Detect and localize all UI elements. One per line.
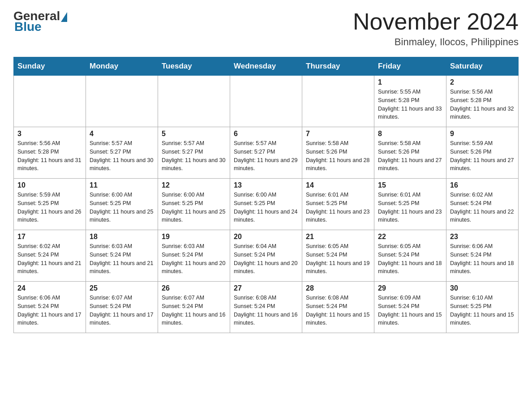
day-info: Sunrise: 5:58 AMSunset: 5:26 PMDaylight:… [306, 139, 370, 173]
day-number: 12 [162, 181, 226, 189]
col-wednesday: Wednesday [230, 57, 302, 76]
table-row: 25Sunrise: 6:07 AMSunset: 5:24 PMDayligh… [86, 282, 158, 333]
day-info: Sunrise: 6:04 AMSunset: 5:24 PMDaylight:… [234, 242, 298, 276]
day-number: 6 [234, 130, 298, 138]
day-number: 13 [234, 181, 298, 189]
table-row: 13Sunrise: 6:00 AMSunset: 5:25 PMDayligh… [230, 179, 302, 230]
day-number: 5 [162, 130, 226, 138]
day-number: 30 [450, 284, 515, 292]
calendar-week-row: 24Sunrise: 6:06 AMSunset: 5:24 PMDayligh… [14, 282, 519, 333]
table-row: 18Sunrise: 6:03 AMSunset: 5:24 PMDayligh… [86, 230, 158, 282]
day-number: 3 [17, 130, 82, 138]
day-number: 7 [306, 130, 370, 138]
day-info: Sunrise: 6:03 AMSunset: 5:24 PMDaylight:… [90, 242, 154, 276]
day-info: Sunrise: 6:00 AMSunset: 5:25 PMDaylight:… [90, 191, 154, 224]
calendar-header-row: Sunday Monday Tuesday Wednesday Thursday… [14, 57, 519, 76]
day-info: Sunrise: 6:07 AMSunset: 5:24 PMDaylight:… [90, 294, 154, 327]
day-number: 28 [306, 284, 370, 292]
table-row: 20Sunrise: 6:04 AMSunset: 5:24 PMDayligh… [230, 230, 302, 282]
day-info: Sunrise: 6:09 AMSunset: 5:24 PMDaylight:… [378, 294, 442, 327]
table-row: 16Sunrise: 6:02 AMSunset: 5:24 PMDayligh… [446, 179, 519, 230]
day-number: 27 [234, 284, 298, 292]
day-info: Sunrise: 5:59 AMSunset: 5:25 PMDaylight:… [17, 191, 82, 224]
table-row: 27Sunrise: 6:08 AMSunset: 5:24 PMDayligh… [230, 282, 302, 333]
day-info: Sunrise: 6:01 AMSunset: 5:25 PMDaylight:… [378, 191, 442, 224]
day-info: Sunrise: 5:56 AMSunset: 5:28 PMDaylight:… [450, 88, 515, 121]
day-number: 15 [378, 181, 442, 189]
table-row: 15Sunrise: 6:01 AMSunset: 5:25 PMDayligh… [374, 179, 446, 230]
day-number: 11 [90, 181, 154, 189]
col-thursday: Thursday [302, 57, 374, 76]
table-row: 23Sunrise: 6:06 AMSunset: 5:24 PMDayligh… [446, 230, 519, 282]
day-info: Sunrise: 6:10 AMSunset: 5:25 PMDaylight:… [450, 294, 515, 327]
day-info: Sunrise: 5:57 AMSunset: 5:27 PMDaylight:… [234, 139, 298, 173]
table-row: 6Sunrise: 5:57 AMSunset: 5:27 PMDaylight… [230, 127, 302, 179]
table-row: 1Sunrise: 5:55 AMSunset: 5:28 PMDaylight… [374, 76, 446, 127]
day-info: Sunrise: 5:56 AMSunset: 5:28 PMDaylight:… [17, 139, 82, 173]
day-number: 4 [90, 130, 154, 138]
day-info: Sunrise: 5:59 AMSunset: 5:26 PMDaylight:… [450, 139, 515, 173]
day-number: 18 [90, 233, 154, 241]
table-row: 11Sunrise: 6:00 AMSunset: 5:25 PMDayligh… [86, 179, 158, 230]
table-row: 2Sunrise: 5:56 AMSunset: 5:28 PMDaylight… [446, 76, 519, 127]
calendar-week-row: 17Sunrise: 6:02 AMSunset: 5:24 PMDayligh… [14, 230, 519, 282]
day-number: 16 [450, 181, 515, 189]
day-number: 1 [378, 78, 442, 86]
day-number: 2 [450, 78, 515, 86]
table-row [230, 76, 302, 127]
table-row: 30Sunrise: 6:10 AMSunset: 5:25 PMDayligh… [446, 282, 519, 333]
day-info: Sunrise: 6:03 AMSunset: 5:24 PMDaylight:… [162, 242, 226, 276]
day-number: 25 [90, 284, 154, 292]
day-number: 8 [378, 130, 442, 138]
table-row: 28Sunrise: 6:08 AMSunset: 5:24 PMDayligh… [302, 282, 374, 333]
table-row [14, 76, 86, 127]
subtitle: Binmaley, Ilocos, Philippines [353, 36, 519, 48]
table-row: 4Sunrise: 5:57 AMSunset: 5:27 PMDaylight… [86, 127, 158, 179]
table-row: 10Sunrise: 5:59 AMSunset: 5:25 PMDayligh… [14, 179, 86, 230]
col-tuesday: Tuesday [158, 57, 230, 76]
day-number: 20 [234, 233, 298, 241]
table-row [86, 76, 158, 127]
logo: General Blue [13, 9, 67, 34]
day-info: Sunrise: 6:08 AMSunset: 5:24 PMDaylight:… [234, 294, 298, 327]
page-header: General Blue November 2024 Binmaley, Ilo… [13, 9, 519, 48]
table-row: 3Sunrise: 5:56 AMSunset: 5:28 PMDaylight… [14, 127, 86, 179]
day-number: 14 [306, 181, 370, 189]
main-title: November 2024 [353, 9, 519, 34]
col-friday: Friday [374, 57, 446, 76]
day-number: 10 [17, 181, 82, 189]
day-number: 23 [450, 233, 515, 241]
table-row [158, 76, 230, 127]
day-number: 9 [450, 130, 515, 138]
day-number: 19 [162, 233, 226, 241]
day-info: Sunrise: 6:06 AMSunset: 5:24 PMDaylight:… [450, 242, 515, 276]
table-row: 21Sunrise: 6:05 AMSunset: 5:24 PMDayligh… [302, 230, 374, 282]
day-info: Sunrise: 6:00 AMSunset: 5:25 PMDaylight:… [162, 191, 226, 224]
day-info: Sunrise: 6:02 AMSunset: 5:24 PMDaylight:… [17, 242, 82, 276]
calendar-week-row: 1Sunrise: 5:55 AMSunset: 5:28 PMDaylight… [14, 76, 519, 127]
day-info: Sunrise: 6:00 AMSunset: 5:25 PMDaylight:… [234, 191, 298, 224]
calendar-week-row: 3Sunrise: 5:56 AMSunset: 5:28 PMDaylight… [14, 127, 519, 179]
day-number: 17 [17, 233, 82, 241]
table-row: 22Sunrise: 6:05 AMSunset: 5:24 PMDayligh… [374, 230, 446, 282]
table-row: 29Sunrise: 6:09 AMSunset: 5:24 PMDayligh… [374, 282, 446, 333]
title-section: November 2024 Binmaley, Ilocos, Philippi… [353, 9, 519, 48]
table-row: 19Sunrise: 6:03 AMSunset: 5:24 PMDayligh… [158, 230, 230, 282]
day-info: Sunrise: 6:05 AMSunset: 5:24 PMDaylight:… [306, 242, 370, 276]
day-info: Sunrise: 5:57 AMSunset: 5:27 PMDaylight:… [162, 139, 226, 173]
calendar-week-row: 10Sunrise: 5:59 AMSunset: 5:25 PMDayligh… [14, 179, 519, 230]
day-info: Sunrise: 6:06 AMSunset: 5:24 PMDaylight:… [17, 294, 82, 327]
day-info: Sunrise: 6:05 AMSunset: 5:24 PMDaylight:… [378, 242, 442, 276]
day-info: Sunrise: 5:58 AMSunset: 5:26 PMDaylight:… [378, 139, 442, 173]
day-number: 22 [378, 233, 442, 241]
col-monday: Monday [86, 57, 158, 76]
day-info: Sunrise: 6:02 AMSunset: 5:24 PMDaylight:… [450, 191, 515, 224]
day-number: 24 [17, 284, 82, 292]
col-saturday: Saturday [446, 57, 519, 76]
day-info: Sunrise: 6:08 AMSunset: 5:24 PMDaylight:… [306, 294, 370, 327]
table-row: 24Sunrise: 6:06 AMSunset: 5:24 PMDayligh… [14, 282, 86, 333]
day-number: 21 [306, 233, 370, 241]
col-sunday: Sunday [14, 57, 86, 76]
calendar-table: Sunday Monday Tuesday Wednesday Thursday… [13, 57, 519, 333]
table-row: 12Sunrise: 6:00 AMSunset: 5:25 PMDayligh… [158, 179, 230, 230]
